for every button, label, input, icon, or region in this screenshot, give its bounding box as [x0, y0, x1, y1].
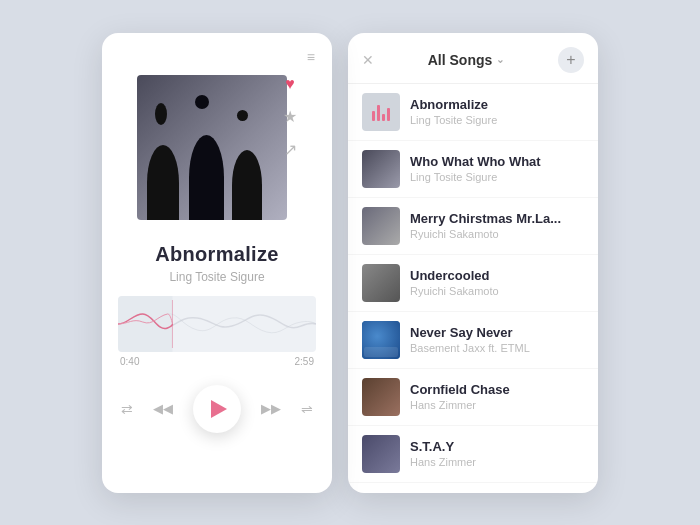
- song-title: Never Say Never: [410, 325, 584, 340]
- menu-icon[interactable]: ≡: [307, 49, 316, 65]
- total-time: 2:59: [295, 356, 314, 367]
- song-item[interactable]: S.T.A.Y Hans Zimmer: [348, 426, 598, 483]
- song-info: Cornfield Chase Hans Zimmer: [410, 382, 584, 411]
- song-item[interactable]: Abnormalize Ling Tosite Sigure: [348, 84, 598, 141]
- current-time: 0:40: [120, 356, 139, 367]
- song-title: Merry Chirstmas Mr.La...: [410, 211, 584, 226]
- song-artist: Ling Tosite Sigure: [410, 114, 584, 126]
- song-artist: Basement Jaxx ft. ETML: [410, 342, 584, 354]
- song-thumbnail: [362, 435, 400, 473]
- song-artist: Ling Tosite Sigure: [410, 171, 584, 183]
- song-thumbnail: [362, 150, 400, 188]
- song-info: Undercooled Ryuichi Sakamoto: [410, 268, 584, 297]
- chevron-icon: ⌄: [496, 54, 504, 65]
- side-actions: ♥ ★ ↗: [283, 75, 297, 159]
- album-area: ♥ ★ ↗: [137, 75, 297, 225]
- play-icon: [211, 400, 227, 418]
- play-button[interactable]: [193, 385, 241, 433]
- song-list: Abnormalize Ling Tosite Sigure Who What …: [348, 84, 598, 493]
- shuffle-button[interactable]: ⇌: [301, 401, 313, 417]
- song-item[interactable]: Never Say Never Basement Jaxx ft. ETML: [348, 312, 598, 369]
- song-info: Abnormalize Ling Tosite Sigure: [410, 97, 584, 126]
- playing-bars-icon: [372, 103, 390, 121]
- progress-times: 0:40 2:59: [118, 356, 316, 367]
- playback-controls: ⇄ ◀◀ ▶▶ ⇌: [121, 385, 313, 433]
- repeat-button[interactable]: ⇄: [121, 401, 133, 417]
- heart-icon[interactable]: ♥: [285, 75, 295, 93]
- track-title: Abnormalize: [155, 243, 278, 266]
- share-icon[interactable]: ↗: [284, 140, 297, 159]
- song-list-panel: ✕ All Songs ⌄ + Abnormalize: [348, 33, 598, 493]
- song-info: Merry Chirstmas Mr.La... Ryuichi Sakamot…: [410, 211, 584, 240]
- waveform[interactable]: [118, 296, 316, 352]
- song-title: Abnormalize: [410, 97, 584, 112]
- prev-button[interactable]: ◀◀: [153, 401, 173, 416]
- song-title: Cornfield Chase: [410, 382, 584, 397]
- song-item[interactable]: Cornfield Chase Hans Zimmer: [348, 369, 598, 426]
- song-item[interactable]: Who What Who What Ling Tosite Sigure: [348, 141, 598, 198]
- song-title: Undercooled: [410, 268, 584, 283]
- song-thumbnail: [362, 207, 400, 245]
- star-icon[interactable]: ★: [283, 107, 297, 126]
- song-item[interactable]: Undercooled Ryuichi Sakamoto: [348, 255, 598, 312]
- song-item[interactable]: Merry Chirstmas Mr.La... Ryuichi Sakamot…: [348, 198, 598, 255]
- song-artist: Ryuichi Sakamoto: [410, 228, 584, 240]
- song-info: Never Say Never Basement Jaxx ft. ETML: [410, 325, 584, 354]
- song-artist: Hans Zimmer: [410, 456, 584, 468]
- list-title: All Songs ⌄: [428, 52, 505, 68]
- song-title: S.T.A.Y: [410, 439, 584, 454]
- player-panel: ≡ ♥ ★ ↗ Abnormalize Ling Tosite Sigure: [102, 33, 332, 493]
- add-button[interactable]: +: [558, 47, 584, 73]
- song-thumbnail: [362, 93, 400, 131]
- list-title-text: All Songs: [428, 52, 493, 68]
- close-button[interactable]: ✕: [362, 52, 374, 68]
- song-thumbnail: [362, 264, 400, 302]
- song-artist: Hans Zimmer: [410, 399, 584, 411]
- list-header: ✕ All Songs ⌄ +: [348, 33, 598, 84]
- track-artist: Ling Tosite Sigure: [155, 270, 278, 284]
- song-title: Who What Who What: [410, 154, 584, 169]
- album-art: [137, 75, 287, 220]
- song-thumbnail: [362, 378, 400, 416]
- song-artist: Ryuichi Sakamoto: [410, 285, 584, 297]
- next-button[interactable]: ▶▶: [261, 401, 281, 416]
- svg-rect-0: [118, 296, 172, 352]
- song-thumbnail: [362, 321, 400, 359]
- app-container: ≡ ♥ ★ ↗ Abnormalize Ling Tosite Sigure: [102, 33, 598, 493]
- track-info: Abnormalize Ling Tosite Sigure: [155, 243, 278, 284]
- song-info: S.T.A.Y Hans Zimmer: [410, 439, 584, 468]
- player-header: ≡: [118, 49, 316, 65]
- song-info: Who What Who What Ling Tosite Sigure: [410, 154, 584, 183]
